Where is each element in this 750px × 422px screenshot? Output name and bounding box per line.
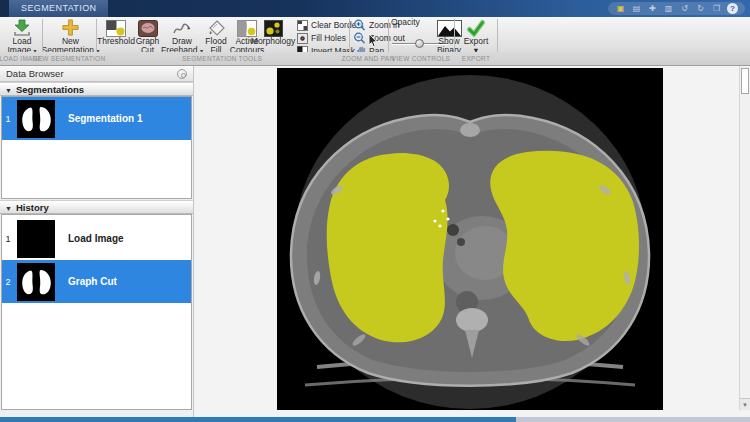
mouse-cursor-icon <box>368 33 379 48</box>
history-thumbnail-blank <box>17 220 55 258</box>
segmentation-thumbnail <box>17 100 55 138</box>
ribbon-section-labels: LOAD IMAGE NEW SEGMENTATION SEGMENTATION… <box>0 52 750 65</box>
ct-scan-image <box>277 68 663 410</box>
section-divider <box>349 19 350 52</box>
section-divider <box>454 19 455 52</box>
data-browser-panel: Data Browser ▼Segmentations 1 Segmentati… <box>0 66 194 417</box>
titlebar: SEGMENTATION ▣ ▤ ✚ ▥ ↺ ↻ ❐ ? <box>0 0 750 17</box>
row-index: 1 <box>2 234 14 244</box>
bronchus <box>457 238 465 246</box>
history-list-item[interactable]: 2 Graph Cut <box>2 260 191 303</box>
zoom-in-icon <box>353 19 366 31</box>
section-label-view-controls: VIEW CONTROLS <box>392 55 450 62</box>
new-segmentation-icon <box>61 18 80 37</box>
image-viewer-panel: ▼ <box>195 66 750 417</box>
fill-holes-button[interactable]: Fill Holes <box>297 32 346 44</box>
scrollbar-down-icon[interactable]: ▼ <box>740 398 750 410</box>
tab-segmentation[interactable]: SEGMENTATION <box>9 0 108 17</box>
quick-access-icon-7[interactable]: ❐ <box>711 3 722 14</box>
video-progress-track[interactable] <box>0 417 750 422</box>
data-browser-title: Data Browser <box>6 68 64 79</box>
quick-access-icon-5[interactable]: ↺ <box>679 3 690 14</box>
row-index: 1 <box>2 114 14 124</box>
quick-access-icon-1[interactable]: ▣ <box>615 3 626 14</box>
graph-cut-icon <box>138 18 158 37</box>
section-label-export: EXPORT <box>462 55 490 62</box>
segmentations-list: 1 Segmentation 1 <box>1 96 192 199</box>
section-label-segmentation-tools: SEGMENTATION TOOLS <box>182 55 262 62</box>
help-icon[interactable]: ? <box>727 3 738 14</box>
row-index: 2 <box>2 277 14 287</box>
morphology-icon <box>264 18 283 37</box>
history-item-label: Graph Cut <box>68 276 117 287</box>
panel-options-icon[interactable] <box>177 69 187 79</box>
section-divider <box>388 19 389 52</box>
seed-mark <box>446 217 449 220</box>
quick-access-toolbar: ▣ ▤ ✚ ▥ ↺ ↻ ❐ ? <box>608 2 745 15</box>
opacity-slider-knob[interactable] <box>415 39 424 48</box>
opacity-label: Opacity <box>391 17 420 27</box>
ct-image-canvas[interactable] <box>277 68 663 410</box>
zoom-out-icon <box>353 32 366 44</box>
history-thumbnail-lungs <box>17 263 55 301</box>
seed-mark <box>433 219 436 222</box>
fill-holes-icon <box>297 33 308 44</box>
segmentation-item-label: Segmentation 1 <box>68 113 142 124</box>
history-list-item[interactable]: 1 Load Image <box>2 217 191 260</box>
load-image-icon <box>12 18 32 37</box>
segmentations-section-header[interactable]: ▼Segmentations <box>0 82 193 96</box>
data-browser-header: Data Browser <box>0 66 193 82</box>
bronchus <box>447 224 459 236</box>
mask-speck <box>513 186 516 191</box>
quick-access-icon-4[interactable]: ▥ <box>663 3 674 14</box>
section-label-new-segmentation: NEW SEGMENTATION <box>33 55 106 62</box>
sternum <box>460 123 480 137</box>
mask-speck <box>525 223 529 227</box>
section-label-zoom-and-pan: ZOOM AND PAN <box>342 55 395 62</box>
seed-mark <box>441 209 444 212</box>
quick-access-icon-6[interactable]: ↻ <box>695 3 706 14</box>
section-divider <box>497 19 498 52</box>
scrollbar-thumb[interactable] <box>741 68 749 94</box>
collapse-triangle-icon: ▼ <box>5 205 12 212</box>
section-divider <box>42 19 43 52</box>
collapse-triangle-icon: ▼ <box>5 87 12 94</box>
quick-access-icon-3[interactable]: ✚ <box>647 3 658 14</box>
flood-fill-icon <box>207 18 226 37</box>
history-item-label: Load Image <box>68 233 124 244</box>
video-progress-fill <box>0 417 516 422</box>
draw-freehand-icon <box>172 18 192 37</box>
threshold-icon <box>106 18 126 37</box>
clear-borders-icon <box>297 20 308 31</box>
history-section-header[interactable]: ▼History <box>0 200 193 214</box>
segmentation-list-item[interactable]: 1 Segmentation 1 <box>2 97 191 140</box>
history-list: 1 Load Image 2 Graph Cut <box>1 214 192 410</box>
vertebra <box>456 308 488 332</box>
quick-access-icon-2[interactable]: ▤ <box>631 3 642 14</box>
viewer-scrollbar[interactable]: ▼ <box>739 66 750 410</box>
export-check-icon <box>466 18 486 37</box>
image-segmenter-window: SEGMENTATION ▣ ▤ ✚ ▥ ↺ ↻ ❐ ? Load Image … <box>0 0 750 422</box>
section-divider <box>96 19 97 52</box>
